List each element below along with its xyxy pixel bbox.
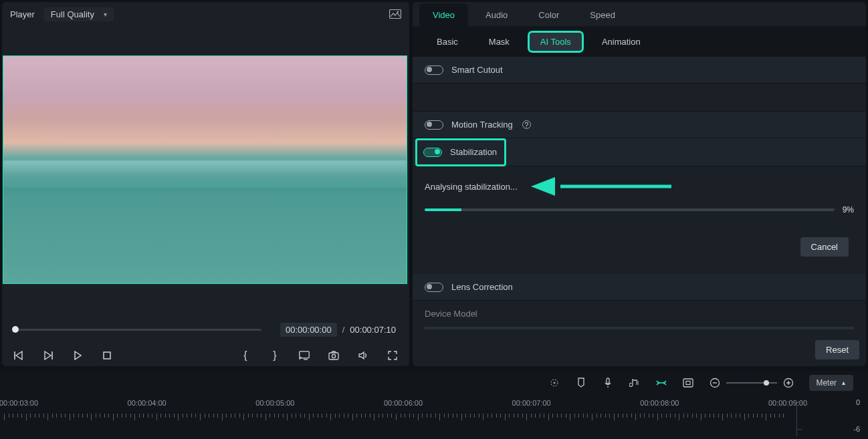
motion-tracking-toggle[interactable] [425, 120, 443, 130]
svg-point-9 [658, 382, 660, 384]
device-model-label: Device Model [413, 301, 866, 327]
analysing-section: Analysing stabilization... 9% Cancel [413, 166, 866, 257]
scrubber-handle[interactable] [12, 326, 19, 333]
svg-rect-8 [607, 378, 609, 384]
step-back-button[interactable] [11, 348, 26, 363]
svg-rect-11 [683, 379, 693, 387]
time-separator: / [342, 325, 345, 335]
svg-point-1 [397, 11, 399, 12]
svg-rect-12 [686, 382, 690, 385]
video-preview[interactable] [3, 55, 407, 284]
meter-label: Meter [816, 378, 837, 388]
audio-meter: 0 -6 [789, 400, 864, 436]
zoom-in-button[interactable] [782, 377, 794, 389]
time-current-box[interactable]: 00:00:00:00 [280, 323, 337, 337]
frame-preview-icon[interactable] [389, 9, 401, 19]
smart-cutout-row: Smart Cutout [413, 57, 866, 84]
play-button[interactable] [70, 348, 85, 363]
subtab-mask[interactable]: Mask [478, 33, 520, 51]
tab-speed[interactable]: Speed [576, 3, 629, 26]
quality-value: Full Quality [51, 9, 94, 19]
cast-icon[interactable] [297, 348, 312, 363]
svg-rect-0 [390, 10, 401, 19]
smart-cutout-toggle[interactable] [425, 65, 443, 75]
mark-in-button[interactable]: { [238, 348, 253, 363]
smart-cutout-label: Smart Cutout [451, 65, 503, 75]
ruler-mark: 00:00:08:00 [640, 399, 679, 407]
svg-rect-2 [104, 352, 110, 359]
motion-tracking-label: Motion Tracking [451, 120, 513, 130]
help-icon[interactable]: ? [522, 120, 531, 129]
tab-audio[interactable]: Audio [472, 3, 521, 26]
snapshot-button[interactable] [326, 348, 341, 363]
arrow-annotation [531, 181, 671, 192]
spacer-row [413, 84, 866, 112]
stop-button[interactable] [100, 348, 114, 363]
svg-point-10 [663, 382, 665, 384]
zoom-slider[interactable] [709, 377, 794, 389]
timeline-ruler[interactable]: 00:00:03:0000:00:04:0000:00:05:0000:00:0… [0, 399, 868, 426]
voiceover-icon[interactable] [602, 377, 614, 389]
meter-button[interactable]: Meter ▲ [809, 375, 853, 391]
svg-point-7 [554, 382, 556, 384]
crop-tool-icon[interactable] [682, 377, 694, 389]
effects-tool-icon[interactable] [655, 377, 667, 389]
mark-out-button[interactable]: } [267, 348, 282, 363]
time-total: 00:00:07:10 [350, 325, 396, 335]
ruler-mark: 00:00:04:00 [128, 399, 167, 407]
chevron-down-icon: ▾ [104, 11, 107, 18]
analysing-status: Analysing stabilization... [425, 182, 518, 192]
player-label: Player [10, 9, 35, 19]
scrubber[interactable]: 00:00:00:00 / 00:00:07:10 [15, 326, 396, 333]
timeline-tools: Meter ▲ [0, 371, 868, 395]
svg-rect-3 [300, 351, 309, 358]
zoom-out-button[interactable] [709, 377, 721, 389]
player-panel: Player Full Quality ▾ 00:00:00:00 / 00:0… [2, 2, 409, 366]
audio-tool-icon[interactable] [629, 377, 641, 389]
caret-up-icon: ▲ [841, 380, 847, 386]
ruler-mark: 00:00:03:00 [0, 399, 38, 407]
fullscreen-button[interactable] [385, 348, 400, 363]
stabilization-row: Stabilization [413, 138, 866, 166]
device-model-input[interactable] [425, 327, 854, 329]
player-header: Player Full Quality ▾ [2, 2, 409, 26]
ruler-mark: 00:00:07:00 [512, 399, 551, 407]
step-forward-button[interactable] [41, 348, 56, 363]
timeline: Meter ▲ 00:00:03:0000:00:04:0000:00:05:0… [0, 371, 868, 439]
stabilization-label: Stabilization [450, 147, 497, 157]
lens-correction-label: Lens Correction [451, 282, 513, 292]
reset-button[interactable]: Reset [815, 340, 859, 359]
properties-panel: Video Audio Color Speed Basic Mask AI To… [413, 2, 866, 366]
cancel-button[interactable]: Cancel [800, 237, 849, 257]
analysing-progress [425, 208, 835, 211]
analysing-percent: 9% [843, 205, 854, 214]
top-tabs: Video Audio Color Speed [413, 2, 866, 26]
zoom-handle[interactable] [764, 380, 769, 386]
tab-color[interactable]: Color [525, 3, 572, 26]
subtab-basic[interactable]: Basic [426, 33, 469, 51]
tab-video[interactable]: Video [419, 3, 468, 26]
volume-button[interactable] [356, 348, 370, 363]
lens-correction-row: Lens Correction [413, 274, 866, 301]
stabilization-highlight-box: Stabilization [417, 140, 505, 165]
keyframe-tool-icon[interactable] [548, 377, 560, 389]
quality-dropdown[interactable]: Full Quality ▾ [44, 7, 114, 21]
motion-tracking-row: Motion Tracking ? [413, 112, 866, 138]
sub-tabs: Basic Mask AI Tools Animation [413, 26, 866, 57]
subtab-ai-tools[interactable]: AI Tools [530, 33, 582, 51]
subtab-animation[interactable]: Animation [591, 33, 651, 51]
meter-level-0: 0 [856, 398, 860, 406]
ruler-mark: 00:00:06:00 [384, 399, 423, 407]
transport-bar: { } [11, 346, 400, 365]
svg-rect-4 [329, 353, 338, 359]
stabilization-toggle[interactable] [423, 148, 442, 157]
ruler-mark: 00:00:05:00 [255, 399, 294, 407]
svg-point-5 [332, 354, 335, 357]
marker-tool-icon[interactable] [575, 377, 587, 389]
lens-correction-toggle[interactable] [425, 283, 443, 292]
meter-level-1: -6 [853, 425, 860, 433]
